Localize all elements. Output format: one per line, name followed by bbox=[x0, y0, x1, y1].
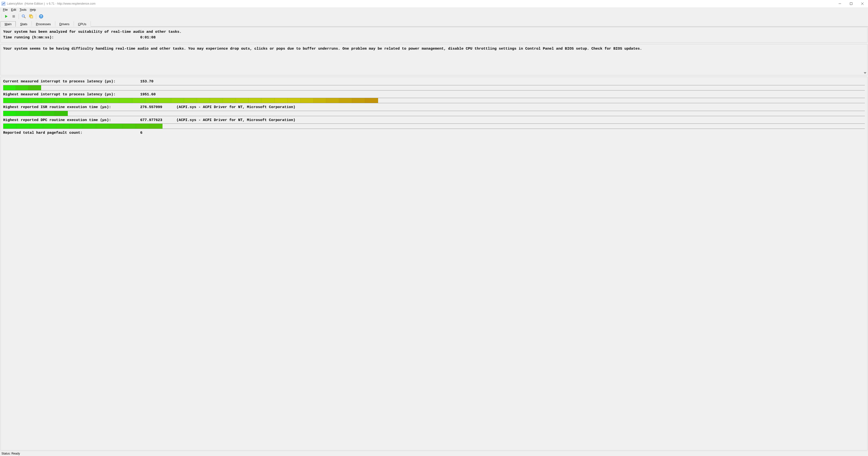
metric-bar bbox=[3, 124, 865, 129]
metric-extra: (ACPI.sys - ACPI Driver for NT, Microsof… bbox=[172, 105, 865, 110]
copy-button[interactable] bbox=[28, 13, 34, 20]
summary-line: Your system has been analyzed for suitab… bbox=[3, 29, 865, 35]
toolbar-grip bbox=[1, 14, 2, 19]
metric-extra bbox=[172, 92, 865, 98]
app-window: LatencyMon (Home Edition ) v 6.71 - http… bbox=[0, 0, 868, 456]
metric-value: 153.70 bbox=[140, 79, 172, 85]
metric-label: Highest reported ISR routine execution t… bbox=[3, 105, 140, 110]
metric-row: Highest reported DPC routine execution t… bbox=[3, 118, 865, 123]
summary-panel: Your system has been analyzed for suitab… bbox=[0, 27, 868, 42]
metric-row: Highest reported ISR routine execution t… bbox=[3, 105, 865, 110]
content-area: Your system has been analyzed for suitab… bbox=[0, 26, 868, 451]
metric-value: 276.557099 bbox=[140, 105, 172, 110]
metric-value: 1951.60 bbox=[140, 92, 172, 98]
metrics-panel: Current measured interrupt to process la… bbox=[0, 77, 868, 450]
tab-drivers[interactable]: Drivers bbox=[55, 21, 74, 27]
title-url: http://www.resplendence.com bbox=[57, 2, 95, 5]
metric-label: Highest reported DPC routine execution t… bbox=[3, 118, 140, 123]
pagefault-label: Reported total hard pagefault count: bbox=[3, 130, 140, 136]
app-icon bbox=[1, 2, 5, 6]
tab-stats[interactable]: Stats bbox=[16, 21, 32, 27]
metric-bar bbox=[3, 98, 865, 103]
tabbar: Main Stats Processes Drivers CPUs bbox=[0, 21, 868, 26]
metric-row: Highest measured interrupt to process la… bbox=[3, 92, 865, 98]
window-controls bbox=[834, 0, 868, 7]
metric-label: Current measured interrupt to process la… bbox=[3, 79, 140, 85]
window-title: LatencyMon (Home Edition ) v 6.71 - http… bbox=[7, 2, 95, 5]
menubar: File Edit Tools Help bbox=[0, 7, 868, 12]
minimize-button[interactable] bbox=[834, 0, 845, 7]
metric-extra: (ACPI.sys - ACPI Driver for NT, Microsof… bbox=[172, 118, 865, 123]
metric-value: 677.977623 bbox=[140, 118, 172, 123]
close-button[interactable] bbox=[857, 0, 868, 7]
metric-label: Highest measured interrupt to process la… bbox=[3, 92, 140, 98]
tab-main[interactable]: Main bbox=[0, 21, 16, 27]
svg-line-8 bbox=[24, 17, 26, 18]
title-app: LatencyMon bbox=[7, 2, 23, 5]
stop-button[interactable] bbox=[10, 13, 17, 20]
svg-marker-13 bbox=[864, 72, 866, 74]
tab-cpus[interactable]: CPUs bbox=[74, 21, 91, 27]
svg-rect-10 bbox=[30, 15, 33, 18]
title-edition: (Home Edition ) bbox=[25, 2, 45, 5]
time-running-value: 0:01:08 bbox=[140, 35, 172, 41]
analyze-button[interactable] bbox=[20, 13, 27, 20]
title-version: v 6.71 bbox=[46, 2, 55, 5]
time-running-row: Time running (h:mm:ss): 0:01:08 bbox=[3, 35, 865, 41]
metric-bar bbox=[3, 111, 865, 116]
time-running-label: Time running (h:mm:ss): bbox=[3, 35, 140, 41]
metric-row: Current measured interrupt to process la… bbox=[3, 79, 865, 85]
svg-rect-6 bbox=[12, 15, 15, 18]
status-text: Status: Ready bbox=[1, 452, 20, 455]
pagefault-row: Reported total hard pagefault count:6 bbox=[3, 130, 865, 136]
pagefault-value: 6 bbox=[140, 130, 172, 136]
tab-processes[interactable]: Processes bbox=[32, 21, 55, 27]
svg-text:?: ? bbox=[40, 15, 42, 18]
menu-edit[interactable]: Edit bbox=[9, 8, 18, 12]
maximize-button[interactable] bbox=[845, 0, 857, 7]
metric-extra bbox=[172, 79, 865, 85]
statusbar: Status: Ready bbox=[0, 451, 868, 456]
menu-help[interactable]: Help bbox=[28, 8, 38, 12]
scroll-down-icon[interactable] bbox=[863, 71, 867, 74]
help-button[interactable]: ? bbox=[38, 13, 44, 20]
titlebar: LatencyMon (Home Edition ) v 6.71 - http… bbox=[0, 0, 868, 7]
svg-point-7 bbox=[22, 15, 25, 17]
toolbar-separator bbox=[19, 14, 19, 19]
diagnosis-text: Your system seems to be having difficult… bbox=[3, 46, 865, 52]
play-button[interactable] bbox=[3, 13, 10, 20]
toolbar: ? bbox=[0, 12, 868, 21]
metric-bar bbox=[3, 85, 865, 91]
menu-tools[interactable]: Tools bbox=[18, 8, 28, 12]
svg-marker-5 bbox=[5, 15, 8, 18]
svg-rect-2 bbox=[850, 3, 852, 5]
diagnosis-panel: Your system seems to be having difficult… bbox=[0, 44, 868, 75]
menu-file[interactable]: File bbox=[1, 8, 9, 12]
